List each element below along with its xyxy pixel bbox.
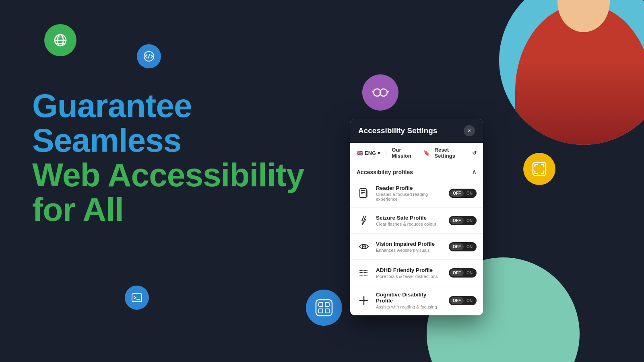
svg-rect-15 <box>319 302 323 306</box>
svg-rect-18 <box>325 309 329 313</box>
svg-rect-20 <box>360 189 366 197</box>
headline-line1: Guarantee <box>32 88 304 123</box>
seizure-profile-desc: Clear flashes & reduces colour <box>376 222 444 226</box>
toggle-on-label: ON <box>464 217 475 224</box>
svg-rect-22 <box>361 192 365 193</box>
cognitive-profile-name: Cognitive Disability Profile <box>376 292 444 304</box>
svg-rect-21 <box>361 190 365 191</box>
profiles-section-header[interactable]: Accessibility profiles ∧ <box>350 163 483 179</box>
svg-point-26 <box>363 246 365 247</box>
vision-profile-desc: Enhances website's visuals <box>376 248 444 253</box>
reader-profile-desc: Creates a focused reading experience <box>376 192 444 202</box>
seizure-toggle[interactable]: OFF ON <box>449 216 477 225</box>
terminal-icon <box>125 286 149 310</box>
seizure-profile-info: Seizure Safe Profile Clear flashes & red… <box>376 215 444 226</box>
vision-profile-item: Vision Impaired Profile Enhances website… <box>350 234 483 260</box>
close-button[interactable]: × <box>464 125 475 136</box>
adhd-profile-item: ADHD Friendly Profile More focus & fewer… <box>350 260 483 286</box>
adhd-profile-name: ADHD Friendly Profile <box>376 267 444 273</box>
resize-icon <box>523 153 555 185</box>
vision-profile-icon <box>357 239 371 254</box>
vision-profile-info: Vision Impaired Profile Enhances website… <box>376 241 444 253</box>
cognitive-profile-info: Cognitive Disability Profile Assists wit… <box>376 292 444 309</box>
svg-line-6 <box>148 54 150 58</box>
globe-icon <box>44 24 76 56</box>
reset-icon: ↺ <box>472 150 477 156</box>
our-mission-button[interactable]: Our Mission 🔖 <box>392 147 429 159</box>
vision-profile-name: Vision Impaired Profile <box>376 241 444 247</box>
panel-header: Accessibility Settings × <box>350 119 483 143</box>
person-body <box>515 4 644 145</box>
toggle-off-label: OFF <box>450 243 464 250</box>
reader-toggle[interactable]: OFF ON <box>449 189 477 198</box>
reader-profile-name: Reader Profile <box>376 185 444 191</box>
adhd-profile-info: ADHD Friendly Profile More focus & fewer… <box>376 267 444 279</box>
toggle-off-label: OFF <box>450 190 464 197</box>
glasses-icon <box>362 74 398 111</box>
headline-line2: Seamless <box>32 123 304 158</box>
lang-code: ENG <box>365 150 376 156</box>
seizure-profile-name: Seizure Safe Profile <box>376 215 444 221</box>
lang-chevron-icon: ▾ <box>378 150 380 156</box>
mission-label: Our Mission <box>392 147 421 159</box>
toggle-on-label: ON <box>464 269 475 276</box>
svg-point-38 <box>363 299 365 302</box>
toggle-on-label: ON <box>464 190 475 197</box>
toggle-on-label: ON <box>464 297 475 304</box>
seizure-profile-icon <box>357 213 371 228</box>
seizure-profile-item: Seizure Safe Profile Clear flashes & red… <box>350 208 483 234</box>
reader-profile-info: Reader Profile Creates a focused reading… <box>376 185 444 202</box>
cognitive-profile-desc: Assists with reading & focusing <box>376 304 444 309</box>
headline-line3: Web Accessibility <box>32 158 304 192</box>
reader-profile-icon <box>357 186 371 201</box>
svg-rect-24 <box>365 190 368 197</box>
adhd-profile-desc: More focus & fewer distractions <box>376 274 444 279</box>
cognitive-profile-icon <box>357 293 371 308</box>
svg-rect-17 <box>319 309 323 313</box>
svg-rect-14 <box>316 300 332 316</box>
profile-list: Reader Profile Creates a focused reading… <box>350 179 483 315</box>
panel-toolbar: 🇬🇧 ENG ▾ | Our Mission 🔖 Reset Settings … <box>350 143 483 163</box>
bookmark-icon: 🔖 <box>423 150 430 156</box>
toggle-off-label: OFF <box>450 217 464 224</box>
toggle-off-label: OFF <box>450 269 464 276</box>
reset-label: Reset Settings <box>435 147 471 159</box>
code-icon <box>137 44 161 68</box>
person-head <box>557 0 610 32</box>
accessibility-panel: Accessibility Settings × 🇬🇧 ENG ▾ | Our … <box>350 119 483 315</box>
cognitive-profile-item: Cognitive Disability Profile Assists wit… <box>350 286 483 315</box>
widget-icon <box>306 290 342 326</box>
svg-rect-12 <box>132 294 142 302</box>
cognitive-toggle[interactable]: OFF ON <box>449 296 477 305</box>
adhd-toggle[interactable]: OFF ON <box>449 268 477 278</box>
reset-settings-button[interactable]: Reset Settings ↺ <box>435 147 477 159</box>
person-photo <box>499 0 644 145</box>
reader-profile-item: Reader Profile Creates a focused reading… <box>350 179 483 208</box>
toolbar-divider: | <box>385 149 387 156</box>
adhd-profile-icon <box>357 265 371 280</box>
flag-icon: 🇬🇧 <box>357 150 363 156</box>
svg-rect-23 <box>361 193 363 194</box>
toggle-on-label: ON <box>464 243 475 250</box>
vision-toggle[interactable]: OFF ON <box>449 242 477 251</box>
headline-line4: for All <box>32 192 304 227</box>
toggle-off-label: OFF <box>450 297 464 304</box>
panel-title: Accessibility Settings <box>358 126 437 135</box>
section-label: Accessibility profiles <box>357 169 413 175</box>
language-selector[interactable]: 🇬🇧 ENG ▾ <box>357 150 380 156</box>
headline: Guarantee Seamless Web Accessibility for… <box>32 88 304 227</box>
svg-rect-16 <box>325 302 329 306</box>
collapse-icon: ∧ <box>472 168 477 176</box>
